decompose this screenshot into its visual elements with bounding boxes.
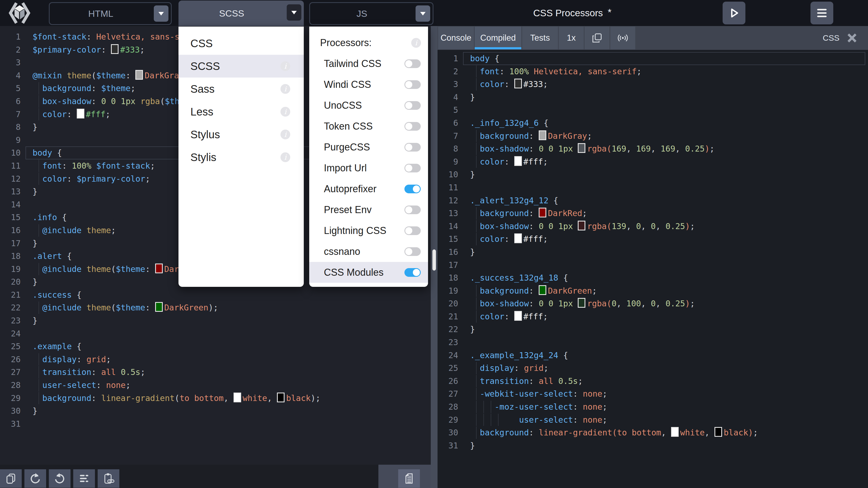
processor-item-lightning-css[interactable]: Lightning CSS	[309, 220, 428, 241]
toggle-knob	[413, 186, 420, 193]
copy-icon	[5, 472, 17, 485]
code-token: DarkRed	[548, 208, 582, 218]
html-language-select[interactable]: HTML	[49, 2, 172, 25]
undo-button[interactable]	[24, 469, 46, 488]
color-swatch[interactable]	[277, 393, 284, 402]
info-icon[interactable]: i	[280, 84, 290, 94]
pane-splitter[interactable]	[431, 26, 437, 488]
code-token: ._success_132g4_18	[470, 273, 558, 283]
toggle-knob	[405, 102, 412, 109]
color-swatch[interactable]	[578, 221, 585, 230]
color-swatch[interactable]	[135, 70, 143, 80]
menu-item-scss[interactable]: SCSSi	[179, 55, 304, 77]
color-swatch[interactable]	[539, 208, 546, 218]
format-code-button[interactable]	[73, 469, 95, 488]
splitter-drag-handle[interactable]	[432, 250, 436, 270]
toggle-off[interactable]	[404, 80, 421, 89]
color-swatch[interactable]	[155, 302, 163, 312]
code-token: :	[77, 355, 87, 364]
toggle-off[interactable]	[404, 205, 421, 214]
processor-item-css-modules[interactable]: CSS Modules	[309, 262, 428, 283]
open-in-new-window-button[interactable]	[585, 27, 610, 50]
color-swatch[interactable]	[77, 109, 84, 119]
menu-item-css[interactable]: CSS	[179, 32, 304, 55]
processor-item-windi-css[interactable]: Windi CSS	[309, 74, 428, 95]
color-swatch[interactable]	[514, 78, 522, 88]
code-line: 29 user-select: none;	[437, 414, 868, 426]
project-title[interactable]: CSS Processors *	[477, 0, 667, 26]
color-swatch[interactable]	[539, 285, 546, 295]
color-swatch[interactable]	[714, 427, 722, 437]
info-icon[interactable]: i	[280, 130, 290, 139]
processor-label: Windi CSS	[320, 79, 371, 90]
processor-item-preset-env[interactable]: Preset Env	[309, 199, 428, 220]
copy-as-url-button[interactable]	[98, 469, 119, 488]
toggle-off[interactable]	[404, 226, 421, 235]
tab-console[interactable]: Console	[438, 27, 474, 50]
code-token: )	[685, 222, 690, 231]
color-swatch[interactable]	[234, 393, 241, 402]
code-token: :	[145, 264, 155, 274]
processor-item-unocss[interactable]: UnoCSS	[309, 95, 428, 116]
app-logo[interactable]	[8, 2, 31, 24]
color-swatch[interactable]	[111, 44, 119, 54]
broadcast-button[interactable]	[610, 27, 635, 50]
run-button[interactable]	[723, 2, 745, 24]
app-menu-button[interactable]	[810, 2, 833, 24]
color-swatch[interactable]	[578, 298, 585, 308]
redo-button[interactable]	[49, 469, 70, 488]
processor-item-import-url[interactable]: Import Url	[309, 158, 428, 178]
toggle-on[interactable]	[404, 268, 421, 277]
code-text: ._info_132g4_6 {	[470, 117, 549, 130]
menu-item-sass[interactable]: Sassi	[179, 77, 304, 100]
color-swatch[interactable]	[671, 427, 679, 437]
info-icon[interactable]: i	[411, 38, 421, 48]
code-token: :	[504, 234, 514, 244]
info-icon[interactable]: i	[280, 152, 290, 162]
info-icon[interactable]: i	[280, 61, 290, 71]
toggle-off[interactable]	[404, 247, 421, 256]
code-text: box-shadow: 0 0 1px rgba(169, 169, 169, …	[470, 142, 714, 155]
toggle-off[interactable]	[404, 143, 421, 152]
color-swatch[interactable]	[578, 143, 585, 153]
color-swatch[interactable]	[514, 233, 522, 243]
color-swatch[interactable]	[514, 156, 522, 166]
info-icon[interactable]: i	[280, 107, 290, 117]
toggle-off[interactable]	[404, 101, 421, 110]
menu-item-less[interactable]: Lessi	[179, 100, 304, 123]
css-language-select[interactable]: SCSS	[179, 1, 304, 26]
processor-item-purgecss[interactable]: PurgeCSS	[309, 137, 428, 158]
code-token: 0 0 1px	[539, 222, 578, 231]
editor-status-button[interactable]	[398, 469, 420, 488]
close-panel-button[interactable]	[844, 26, 860, 50]
toggle-on[interactable]	[404, 185, 421, 193]
processor-item-cssnano[interactable]: cssnano	[309, 241, 428, 262]
color-swatch[interactable]	[155, 263, 163, 273]
processor-item-token-css[interactable]: Token CSS	[309, 116, 428, 137]
color-swatch[interactable]	[514, 311, 522, 321]
code-token: color	[470, 157, 504, 166]
menu-item-stylus[interactable]: Stylusi	[179, 123, 304, 146]
processor-item-tailwind-css[interactable]: Tailwind CSS	[309, 53, 428, 74]
line-number: 8	[0, 121, 21, 134]
code-token: ,	[617, 299, 626, 308]
toggle-off[interactable]	[404, 164, 421, 172]
zoom-level-button[interactable]: 1x	[559, 27, 584, 50]
color-swatch[interactable]	[539, 130, 546, 140]
toggle-off[interactable]	[404, 122, 421, 131]
processor-item-autoprefixer[interactable]: Autoprefixer	[309, 178, 428, 199]
processor-label: Lightning CSS	[320, 225, 386, 236]
js-language-select[interactable]: JS	[309, 2, 433, 25]
line-number: 29	[437, 414, 458, 426]
copy-code-button[interactable]	[0, 469, 22, 488]
line-number: 25	[0, 340, 21, 353]
tab-tests[interactable]: Tests	[522, 27, 558, 50]
compiled-code-view[interactable]: 1body {2 font: 100% Helvetica, sans-seri…	[437, 50, 868, 488]
tab-compiled[interactable]: Compiled	[475, 27, 521, 50]
toggle-off[interactable]	[404, 59, 421, 68]
code-token: box-shadow	[470, 222, 529, 231]
line-number: 31	[0, 418, 21, 430]
menu-item-stylis[interactable]: Stylisi	[179, 146, 304, 169]
play-icon	[726, 5, 742, 21]
line-number: 26	[437, 375, 458, 388]
